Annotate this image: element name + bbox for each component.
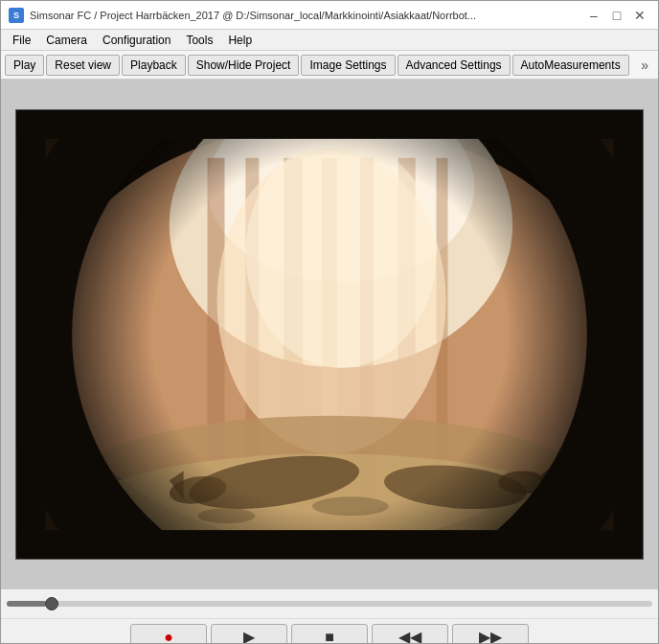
transport-controls: ● ▶ ■ ◀◀ ▶▶ xyxy=(1,618,658,644)
close-button[interactable]: ✕ xyxy=(629,5,650,26)
rewind-button[interactable]: ◀◀ xyxy=(372,624,448,645)
toolbar: Play Reset view Playback Show/Hide Proje… xyxy=(1,51,658,80)
show-hide-button[interactable]: Show/Hide Project xyxy=(188,55,300,76)
auto-measurements-button[interactable]: AutoMeasurements xyxy=(512,55,629,76)
playback-button[interactable]: Playback xyxy=(122,55,186,76)
reset-view-button[interactable]: Reset view xyxy=(46,55,120,76)
window-title: Simsonar FC / Project Harrbäcken_2017 @ … xyxy=(30,10,476,21)
image-settings-button[interactable]: Image Settings xyxy=(301,55,395,76)
menu-camera[interactable]: Camera xyxy=(38,32,95,49)
main-content xyxy=(1,80,658,589)
record-button[interactable]: ● xyxy=(130,624,207,645)
play-transport-button[interactable]: ▶ xyxy=(211,624,287,645)
menu-tools[interactable]: Tools xyxy=(178,32,220,49)
menubar: File Camera Configuration Tools Help xyxy=(1,30,658,51)
menu-file[interactable]: File xyxy=(5,32,38,49)
titlebar-left: S Simsonar FC / Project Harrbäcken_2017 … xyxy=(9,8,476,23)
app-icon: S xyxy=(9,8,24,23)
play-button[interactable]: Play xyxy=(5,55,44,76)
seekbar-area xyxy=(1,589,658,618)
seek-slider[interactable] xyxy=(7,601,652,607)
maximize-button[interactable]: □ xyxy=(606,5,627,26)
video-canvas xyxy=(16,110,643,559)
window-controls: – □ ✕ xyxy=(583,5,650,26)
toolbar-more-button[interactable]: » xyxy=(635,56,654,75)
forward-button[interactable]: ▶▶ xyxy=(452,624,529,645)
video-frame xyxy=(15,109,644,560)
stop-button[interactable]: ■ xyxy=(291,624,368,645)
svg-rect-30 xyxy=(16,530,642,559)
menu-configuration[interactable]: Configuration xyxy=(95,32,178,49)
advanced-settings-button[interactable]: Advanced Settings xyxy=(398,55,511,76)
menu-help[interactable]: Help xyxy=(220,32,260,49)
svg-rect-27 xyxy=(16,110,45,559)
minimize-button[interactable]: – xyxy=(583,5,604,26)
titlebar: S Simsonar FC / Project Harrbäcken_2017 … xyxy=(1,1,658,30)
svg-rect-29 xyxy=(16,110,642,139)
svg-rect-28 xyxy=(614,110,643,559)
